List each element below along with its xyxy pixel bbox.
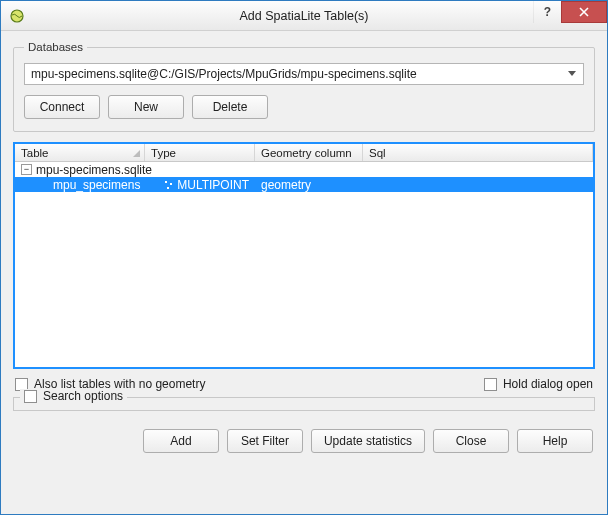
column-header-type[interactable]: Type — [145, 144, 255, 161]
search-options-group: Search options — [13, 397, 595, 411]
hold-dialog-open-checkbox[interactable]: Hold dialog open — [484, 377, 593, 391]
checkbox-icon — [484, 378, 497, 391]
tables-list[interactable]: Table Type Geometry column Sql − mpu-spe… — [13, 142, 595, 369]
column-header-table[interactable]: Table — [15, 144, 145, 161]
tree-collapse-icon[interactable]: − — [21, 164, 32, 175]
titlebar: Add SpatiaLite Table(s) ? — [1, 1, 607, 31]
database-select[interactable]: mpu-specimens.sqlite@C:/GIS/Projects/Mpu… — [24, 63, 584, 85]
column-header-sql[interactable]: Sql — [363, 144, 593, 161]
delete-button[interactable]: Delete — [192, 95, 268, 119]
table-name: mpu_specimens — [53, 178, 140, 192]
databases-legend: Databases — [24, 41, 87, 53]
add-button[interactable]: Add — [143, 429, 219, 453]
help-button[interactable]: Help — [517, 429, 593, 453]
help-title-button[interactable]: ? — [533, 1, 561, 23]
tree-db-node[interactable]: − mpu-specimens.sqlite — [15, 162, 593, 177]
databases-group: Databases mpu-specimens.sqlite@C:/GIS/Pr… — [13, 41, 595, 132]
multipoint-icon — [165, 180, 173, 190]
table-type: MULTIPOINT — [177, 178, 249, 192]
update-statistics-button[interactable]: Update statistics — [311, 429, 425, 453]
database-selected-text: mpu-specimens.sqlite@C:/GIS/Projects/Mpu… — [31, 67, 417, 81]
checkbox-icon — [24, 390, 37, 403]
new-button[interactable]: New — [108, 95, 184, 119]
set-filter-button[interactable]: Set Filter — [227, 429, 303, 453]
tree-db-label: mpu-specimens.sqlite — [36, 163, 152, 177]
sort-indicator-icon — [133, 147, 140, 159]
search-options-checkbox[interactable]: Search options — [24, 389, 123, 403]
close-button[interactable]: Close — [433, 429, 509, 453]
table-geom-col: geometry — [261, 178, 311, 192]
column-header-geometry[interactable]: Geometry column — [255, 144, 363, 161]
table-row[interactable]: mpu_specimens MULTIPOINT geometry — [15, 177, 593, 192]
connect-button[interactable]: Connect — [24, 95, 100, 119]
app-icon — [9, 8, 25, 24]
table-header: Table Type Geometry column Sql — [15, 144, 593, 162]
window-title: Add SpatiaLite Table(s) — [1, 9, 607, 23]
chevron-down-icon — [565, 64, 579, 84]
close-window-button[interactable] — [561, 1, 607, 23]
